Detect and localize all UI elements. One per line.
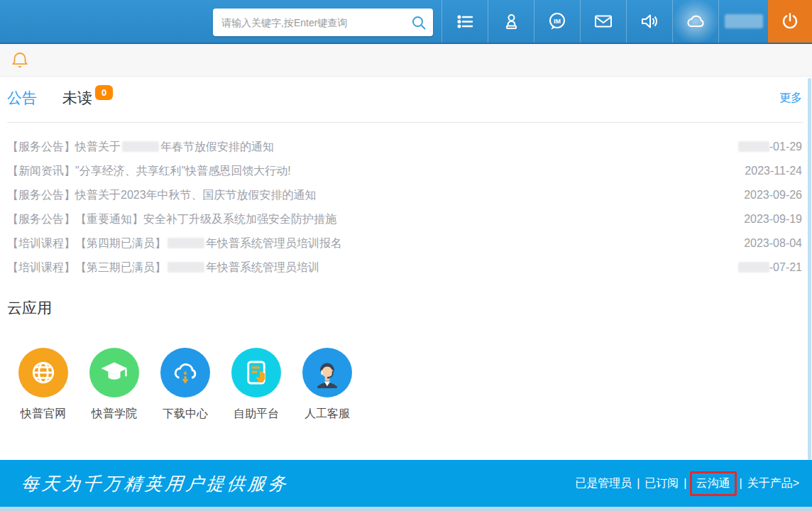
contact-stamp-icon xyxy=(502,12,521,31)
self-service-icon xyxy=(231,348,281,397)
app-item-快普学院[interactable]: 快普学院 xyxy=(80,348,148,422)
footer-link-已是管理员[interactable]: 已是管理员 xyxy=(575,476,632,491)
announcement-title: 【培训课程】【第四期已满员】年快普系统管理员培训报名 xyxy=(7,236,342,251)
unread-count-badge: 0 xyxy=(95,85,113,100)
announcement-title: 【新闻资讯】"分享经济、共享红利"快普感恩回馈大行动! xyxy=(7,164,291,179)
redacted-year xyxy=(738,141,769,152)
contacts-button[interactable] xyxy=(488,0,534,43)
announcement-date: -07-21 xyxy=(738,261,802,274)
list-icon xyxy=(456,12,475,31)
username-redacted xyxy=(725,14,763,28)
announcement-row[interactable]: 【培训课程】【第三期已满员】年快普系统管理员培训-07-21 xyxy=(7,256,802,280)
graduation-cap-icon xyxy=(89,348,139,397)
announcement-date: 2023-09-26 xyxy=(744,189,802,202)
footer-links: 已是管理员|已订阅|云沟通|关于产品> xyxy=(575,471,799,496)
app-label: 快普学院 xyxy=(92,407,137,422)
app-item-人工客服[interactable]: 人工客服 xyxy=(293,348,361,422)
svg-text:IM: IM xyxy=(554,18,561,25)
scrollbar[interactable] xyxy=(808,78,811,460)
announce-button[interactable] xyxy=(626,0,672,43)
app-item-快普官网[interactable]: 快普官网 xyxy=(9,348,77,422)
portal-page: IM xyxy=(0,0,812,511)
announcement-row[interactable]: 【服务公告】快普关于2023年中秋节、国庆节放假安排的通知2023-09-26 xyxy=(7,183,802,207)
announcement-row[interactable]: 【培训课程】【第四期已满员】年快普系统管理员培训报名2023-08-04 xyxy=(7,231,802,256)
footer-bar: 每天为千万精英用户提供服务 已是管理员|已订阅|云沟通|关于产品> xyxy=(0,460,812,507)
announcement-list: 【服务公告】快普关于年春节放假安排的通知-01-29【新闻资讯】"分享经济、共享… xyxy=(7,135,802,280)
search-box xyxy=(213,9,433,36)
mail-icon xyxy=(593,11,613,31)
link-separator: | xyxy=(740,477,742,490)
announcements-header: 公告 未读0 更多 xyxy=(7,79,802,116)
app-item-自助平台[interactable]: 自助平台 xyxy=(222,348,290,422)
header-divider xyxy=(7,122,803,123)
announcement-row[interactable]: 【新闻资讯】"分享经济、共享红利"快普感恩回馈大行动!2023-11-24 xyxy=(7,159,802,183)
link-separator: | xyxy=(637,477,640,490)
more-link[interactable]: 更多 xyxy=(779,91,802,106)
announcement-date: 2023-11-24 xyxy=(745,165,802,177)
power-icon xyxy=(780,11,800,31)
announcement-title: 【服务公告】【重要通知】安全补丁升级及系统加强安全防护措施 xyxy=(7,212,336,227)
cloud-download-icon xyxy=(160,348,210,397)
announcement-title: 【服务公告】快普关于2023年中秋节、国庆节放假安排的通知 xyxy=(7,188,317,203)
notification-bar xyxy=(0,44,812,77)
redacted-year xyxy=(738,262,769,273)
globe-icon xyxy=(18,348,68,397)
redacted-year xyxy=(122,141,159,152)
footer-slogan: 每天为千万精英用户提供服务 xyxy=(20,472,290,495)
footer-link-云沟通[interactable]: 云沟通 xyxy=(690,471,737,496)
announcement-title: 【服务公告】快普关于年春节放假安排的通知 xyxy=(7,140,274,155)
app-label: 自助平台 xyxy=(234,407,279,422)
announcements-title: 公告 xyxy=(7,88,37,108)
footer-link-已订阅[interactable]: 已订阅 xyxy=(644,476,679,491)
redacted-year xyxy=(168,238,204,248)
customer-service-icon xyxy=(302,348,352,397)
top-bar: IM xyxy=(0,0,812,44)
im-icon: IM xyxy=(547,11,567,31)
app-label: 下载中心 xyxy=(163,407,208,422)
topbar-icon-group: IM xyxy=(441,0,812,43)
username-button[interactable] xyxy=(718,0,768,43)
speaker-icon xyxy=(640,11,659,31)
list-menu-button[interactable] xyxy=(441,0,488,43)
cloud-icon xyxy=(684,10,707,33)
cloud-apps-row: 快普官网快普学院下载中心自助平台人工客服 xyxy=(9,348,364,422)
link-separator: | xyxy=(684,477,686,490)
announcement-row[interactable]: 【服务公告】【重要通知】安全补丁升级及系统加强安全防护措施2023-09-19 xyxy=(7,207,802,231)
bell-icon[interactable] xyxy=(11,50,29,70)
announcement-title: 【培训课程】【第三期已满员】年快普系统管理员培训 xyxy=(7,260,319,275)
cloud-button[interactable] xyxy=(672,0,718,43)
app-label: 快普官网 xyxy=(21,407,66,422)
search-icon[interactable] xyxy=(410,14,427,31)
announcement-row[interactable]: 【服务公告】快普关于年春节放假安排的通知-01-29 xyxy=(7,135,802,159)
announcement-date: 2023-09-19 xyxy=(744,213,802,226)
announcement-date: -01-29 xyxy=(738,141,802,153)
app-item-下载中心[interactable]: 下载中心 xyxy=(151,348,219,422)
tab-unread[interactable]: 未读0 xyxy=(62,88,113,108)
app-label: 人工客服 xyxy=(304,407,350,422)
footer-link-关于产品[interactable]: 关于产品> xyxy=(747,476,799,491)
redacted-year xyxy=(168,262,204,273)
cloud-apps-title: 云应用 xyxy=(7,298,52,318)
announcement-date: 2023-08-04 xyxy=(744,237,802,250)
im-button[interactable]: IM xyxy=(534,0,580,43)
logout-button[interactable] xyxy=(768,0,812,43)
search-input[interactable] xyxy=(221,17,410,28)
bottom-edge xyxy=(0,507,812,511)
mail-button[interactable] xyxy=(580,0,626,43)
